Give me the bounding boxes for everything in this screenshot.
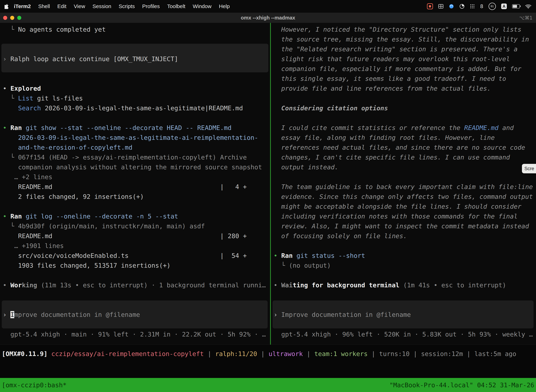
text-segment: gpt-5.4 xhigh · main · 91% left · 2.31M …	[3, 331, 266, 338]
terminal-line	[274, 241, 535, 251]
screen: iTerm2 ShellEditViewSessionScriptsProfil…	[0, 0, 536, 392]
menu-item-shell[interactable]: Shell	[34, 3, 54, 9]
text-segment: evidence. Since this change only affects…	[274, 193, 533, 200]
text-segment: README.md	[464, 124, 498, 131]
battery-icon[interactable]	[512, 4, 520, 9]
omx-status-line: [OMX#0.11.9] cczip/essay/ai-reimplementa…	[2, 350, 516, 357]
terminal-line: companion file, especially if more comme…	[274, 64, 535, 74]
terminal-line: └ 067f154 (HEAD -> essay/ai-reimplementa…	[3, 152, 269, 162]
text-segment: Ran	[10, 124, 22, 131]
text-segment: Considering citation options	[274, 104, 388, 112]
text-segment: Wai	[281, 281, 293, 289]
app-icon-round[interactable]	[459, 4, 464, 9]
menu-item-session[interactable]: Session	[89, 3, 115, 9]
text-segment: git ls-files	[33, 95, 83, 102]
text-segment: •	[3, 213, 10, 220]
text-segment: output instead.	[274, 163, 338, 171]
menu-item-help[interactable]: Help	[215, 3, 234, 9]
text-segment: gpt-5.4 xhigh · 96% left · 520K in · 5.8…	[274, 331, 533, 338]
terminal-output-left: └ No agents completed yet› Ralph loop ac…	[3, 25, 269, 339]
terminal-line	[3, 320, 269, 330]
text-segment: might be acceptable alongside the file l…	[274, 203, 522, 210]
text-segment: README.md | 4 +	[3, 183, 247, 190]
app-icon-blue[interactable]	[449, 4, 454, 9]
menu-item-edit[interactable]: Edit	[54, 3, 70, 9]
menu-item-view[interactable]: View	[70, 3, 89, 9]
battery-gauge-icon[interactable]: 61	[488, 3, 496, 10]
text-segment: └ 067f154 (HEAD -> essay/ai-reimplementa…	[3, 154, 247, 161]
text-segment: •	[3, 85, 10, 92]
text-segment: this single essay, it seems like a good …	[274, 75, 506, 82]
text-segment: I	[10, 311, 14, 318]
terminal-line: companion analysis without altering the …	[3, 162, 269, 172]
text-segment: However, I noticed the "Directory Struct…	[274, 26, 522, 33]
text-segment: •	[3, 124, 10, 131]
dots-grid-icon[interactable]	[470, 4, 475, 9]
text-segment: the "Related research writing" section i…	[274, 46, 517, 53]
omx-status-segment: [OMX#0.11.9]	[2, 350, 51, 357]
terminal-line: … +1901 lines	[3, 241, 269, 251]
omx-status-segment: team:1 workers	[314, 350, 368, 357]
text-segment: Explored	[10, 85, 41, 92]
window-titlebar[interactable]: omx --xhigh --madmax ⌥⌘1	[0, 13, 536, 23]
app-icon-8[interactable]: 8	[480, 4, 483, 9]
text-segment: the source tree, missing the essay. Stil…	[274, 36, 529, 43]
terminal-line	[274, 172, 535, 182]
text-segment: I could cite commit statistics or refere…	[274, 124, 464, 131]
terminal-line: review. Also, I might want to inspect th…	[274, 221, 535, 231]
apple-icon	[5, 4, 9, 9]
window-grid-icon[interactable]	[438, 4, 444, 9]
tmux-host-clock: "MacBook-Pro-44.local" 04:52 31-Mar-26	[389, 382, 534, 389]
terminal-line	[3, 44, 269, 54]
terminal-pane-left[interactable]: └ No agents completed yet› Ralph loop ac…	[0, 23, 270, 345]
text-segment: ›	[3, 55, 10, 62]
text-segment: references need actual files, and since …	[274, 144, 525, 151]
text-segment: src/voice/voiceModeEnabled.ts | 54 +	[3, 252, 247, 259]
text-segment: provide file and line references from th…	[274, 85, 491, 92]
menu-item-app[interactable]: iTerm2	[10, 3, 34, 9]
text-segment: companion analysis without altering the …	[3, 163, 262, 171]
text-segment: (11m 13s • esc to interrupt) · 1 backgro…	[37, 281, 266, 289]
wifi-icon[interactable]	[525, 4, 531, 9]
apple-menu[interactable]	[5, 4, 9, 9]
terminal-line: However, I noticed the "Directory Struct…	[274, 25, 535, 34]
text-segment: essay file, along with finding root file…	[274, 134, 495, 141]
terminal-line: • Ran git log --oneline --decorate -n 5 …	[3, 211, 269, 221]
text-segment: 2026-03-09-is-legal-the-same-as-legitima…	[41, 104, 243, 112]
terminal-line	[3, 113, 269, 123]
text-segment: … +2 lines	[3, 173, 53, 181]
terminal-pane-right[interactable]: However, I noticed the "Directory Struct…	[271, 23, 536, 345]
text-segment: companion file, especially if more comme…	[274, 65, 522, 72]
terminal-line: README.md | 280 +	[3, 231, 269, 241]
terminal-line: of focusing solely on file lines.	[274, 231, 535, 241]
text-segment: ›	[274, 311, 281, 318]
terminal-line: including verification notes with those …	[274, 211, 535, 221]
terminal-line: Considering citation options	[274, 103, 535, 113]
text-segment: ›	[3, 311, 10, 318]
terminal-line: 1903 files changed, 513517 insertions(+)	[3, 261, 269, 271]
terminal-line: › Ralph loop active continue [OMX_TMUX_I…	[3, 54, 269, 64]
menu-item-profiles[interactable]: Profiles	[139, 3, 163, 9]
terminal-output-right: However, I noticed the "Directory Struct…	[274, 25, 535, 339]
text-segment: git show --stat --oneline --decorate HEA…	[22, 124, 231, 131]
text-segment: ting for background terminal	[293, 281, 399, 289]
input-source-icon[interactable]: A	[501, 4, 507, 9]
terminal-line: README.md | 4 +	[3, 182, 269, 192]
terminal-line	[274, 290, 535, 300]
screen-recording-icon[interactable]	[427, 3, 433, 9]
text-segment: of focusing solely on file lines.	[274, 232, 407, 240]
terminal-line	[3, 300, 269, 310]
omx-status-segment: cczip/essay/ai-reimplementation-copyleft	[51, 350, 204, 357]
menu-item-scripts[interactable]: Scripts	[115, 3, 139, 9]
window-shortcut-badge: ⌥⌘1	[519, 15, 532, 21]
text-segment	[3, 104, 18, 112]
text-segment: └	[3, 95, 18, 102]
omx-status-segment: |	[204, 350, 215, 357]
terminal-line	[274, 300, 535, 310]
menu-item-window[interactable]: Window	[189, 3, 215, 9]
terminal-line: the source tree, missing the essay. Stil…	[274, 34, 535, 44]
terminal-line: gpt-5.4 xhigh · 96% left · 520K in · 5.8…	[274, 330, 535, 339]
menu-item-toolbelt[interactable]: Toolbelt	[163, 3, 189, 9]
terminal-line: … +2 lines	[3, 172, 269, 182]
omx-status-segment: | turns:10 | session:12m | last:5m ago	[368, 350, 516, 357]
